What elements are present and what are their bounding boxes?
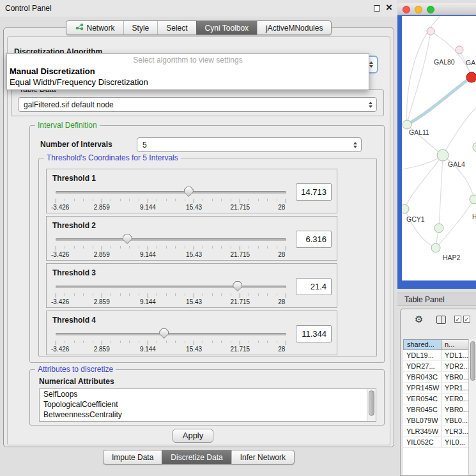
list-item[interactable]: TopologicalCoefficient bbox=[40, 399, 376, 410]
dropdown-option-equal-width[interactable]: Equal Width/Frequency Discretization bbox=[7, 77, 369, 88]
network-node[interactable] bbox=[434, 224, 443, 233]
threshold-slider[interactable] bbox=[56, 234, 286, 245]
threshold-slider[interactable] bbox=[56, 281, 286, 293]
threshold-slider[interactable] bbox=[56, 187, 286, 198]
tab-infer-network[interactable]: Infer Network bbox=[231, 450, 294, 464]
interval-definition-group: Interval Definition Number of Intervals … bbox=[29, 125, 385, 363]
column-header-shared-name[interactable]: shared... bbox=[403, 339, 441, 350]
tab-style[interactable]: Style bbox=[123, 21, 158, 35]
tab-discretize-data[interactable]: Discretize Data bbox=[162, 450, 231, 464]
apply-button[interactable]: Apply bbox=[173, 429, 213, 443]
threshold-value-field[interactable] bbox=[296, 183, 332, 201]
table-row[interactable]: YBR045CYBR0... bbox=[403, 404, 469, 415]
select-columns-icon[interactable]: ✓ ✓ bbox=[454, 316, 470, 323]
table-row[interactable]: YBL079WYBL0... bbox=[403, 415, 469, 426]
table-cell: YBR043C bbox=[403, 372, 441, 382]
network-node[interactable] bbox=[427, 27, 434, 35]
tab-cyni-toolbox[interactable]: Cyni Toolbox bbox=[196, 21, 257, 35]
highlighted-edge[interactable] bbox=[407, 79, 470, 125]
scale-label: 2.859 bbox=[94, 346, 110, 353]
close-icon[interactable]: × bbox=[386, 1, 392, 14]
dropdown-option-manual-discretization[interactable]: Manual Discretization bbox=[7, 66, 369, 77]
zoom-traffic-light[interactable] bbox=[427, 6, 434, 13]
tab-impute-data[interactable]: Impute Data bbox=[104, 450, 162, 464]
network-node[interactable] bbox=[470, 195, 476, 204]
attributes-group: Attributes to discretize Numerical Attri… bbox=[29, 369, 385, 426]
tab-label: Style bbox=[132, 24, 150, 33]
scrollbar-thumb[interactable] bbox=[369, 390, 374, 416]
selected-network-node[interactable] bbox=[466, 72, 476, 82]
close-traffic-light[interactable] bbox=[403, 6, 410, 13]
thresholds-group: Threshold's Coordinates for 5 Intervals … bbox=[38, 158, 377, 357]
tab-label: Select bbox=[166, 24, 187, 33]
scale-label: -3.426 bbox=[51, 251, 69, 258]
table-row[interactable]: YDR27...YDR2... bbox=[403, 361, 469, 372]
table-data-combobox[interactable]: galFiltered.sif default node bbox=[18, 97, 377, 112]
slider-ticks bbox=[56, 293, 286, 298]
list-scrollbar[interactable] bbox=[367, 389, 376, 421]
network-node[interactable] bbox=[456, 46, 463, 54]
network-node[interactable] bbox=[473, 142, 476, 152]
slider-track[interactable] bbox=[56, 286, 286, 288]
table-row[interactable]: YPR145WYPR1... bbox=[403, 383, 469, 394]
table-row[interactable]: YBR043CYBR0... bbox=[403, 372, 469, 383]
scale-label: 21.715 bbox=[231, 298, 250, 305]
slider-handle[interactable] bbox=[233, 281, 242, 291]
combo-arrows-icon bbox=[369, 61, 373, 68]
gear-icon[interactable]: ⚙ bbox=[415, 314, 423, 325]
table-cell: YIL052C bbox=[403, 437, 441, 447]
tab-jactivemnodules[interactable]: jActiveMNodules bbox=[257, 21, 331, 35]
table-row[interactable]: YIL052CYIL0... bbox=[403, 437, 469, 448]
slider-track[interactable] bbox=[56, 333, 286, 335]
number-of-intervals-combobox[interactable]: 5 bbox=[137, 137, 362, 152]
table-cell: YDR27... bbox=[403, 361, 441, 371]
slider-handle[interactable] bbox=[184, 187, 194, 197]
thresholds-legend: Threshold's Coordinates for 5 Intervals bbox=[44, 153, 181, 162]
threshold-box: Threshold 4 -3.426 2.859 9.144 15.43 21.… bbox=[46, 311, 337, 355]
table-row[interactable]: YLR345WYLR3... bbox=[403, 426, 469, 437]
network-node[interactable] bbox=[431, 243, 440, 252]
network-node[interactable] bbox=[437, 150, 449, 161]
numerical-attributes-list[interactable]: SelfLoops TopologicalCoefficient Between… bbox=[39, 388, 376, 422]
scale-label: 2.859 bbox=[94, 251, 110, 258]
slider-track[interactable] bbox=[56, 238, 286, 241]
slider-handle[interactable] bbox=[159, 328, 169, 339]
threshold-label: Threshold 2 bbox=[52, 221, 96, 230]
bottom-tab-bar: Impute Data Discretize Data Infer Networ… bbox=[0, 450, 397, 464]
network-window-titlebar[interactable] bbox=[397, 3, 476, 15]
table-cell: YER0... bbox=[441, 394, 469, 404]
table-cell: YLR345W bbox=[403, 426, 441, 436]
tab-select[interactable]: Select bbox=[157, 21, 196, 35]
network-node[interactable] bbox=[403, 120, 411, 129]
network-node[interactable] bbox=[402, 204, 409, 213]
threshold-slider[interactable] bbox=[56, 328, 286, 340]
scale-label: -3.426 bbox=[51, 204, 69, 211]
column-header-name[interactable]: n... bbox=[441, 339, 469, 350]
threshold-value-field[interactable] bbox=[296, 278, 332, 295]
number-of-intervals-label: Number of Intervals bbox=[40, 140, 112, 149]
slider-ticks bbox=[56, 246, 286, 250]
table-data-selected-value: galFiltered.sif default node bbox=[24, 100, 114, 109]
node-label: GAL80 bbox=[434, 58, 455, 66]
slider-track[interactable] bbox=[56, 191, 286, 194]
table-panel: ⚙ ✓ ✓ shared... n... YDL19...YDL1... YDR… bbox=[400, 309, 476, 476]
float-window-icon[interactable] bbox=[374, 5, 380, 12]
threshold-value-field[interactable] bbox=[296, 231, 332, 248]
list-item[interactable]: SelfLoops bbox=[40, 389, 376, 399]
network-canvas[interactable]: GAL80 GA GAL11 GAL4 GCY1 HAP2 H bbox=[402, 16, 476, 280]
minimize-traffic-light[interactable] bbox=[415, 6, 422, 13]
table-scrollbar[interactable] bbox=[468, 339, 476, 475]
slider-handle[interactable] bbox=[123, 234, 132, 244]
tab-label: Discretize Data bbox=[171, 453, 222, 462]
scale-label: 28 bbox=[278, 346, 285, 353]
scrollbar-thumb[interactable] bbox=[470, 341, 475, 381]
threshold-label: Threshold 1 bbox=[52, 174, 96, 183]
table-panel-title: Table Panel bbox=[397, 293, 476, 306]
list-item[interactable]: BetweennessCentrality bbox=[40, 410, 376, 420]
tab-network[interactable]: Network bbox=[66, 21, 123, 35]
table-row[interactable]: YER054CYER0... bbox=[403, 394, 469, 404]
columns-icon[interactable] bbox=[436, 316, 446, 324]
table-row[interactable]: YDL19...YDL1... bbox=[403, 350, 469, 361]
scale-label: 28 bbox=[278, 251, 285, 258]
threshold-value-field[interactable] bbox=[296, 325, 332, 342]
